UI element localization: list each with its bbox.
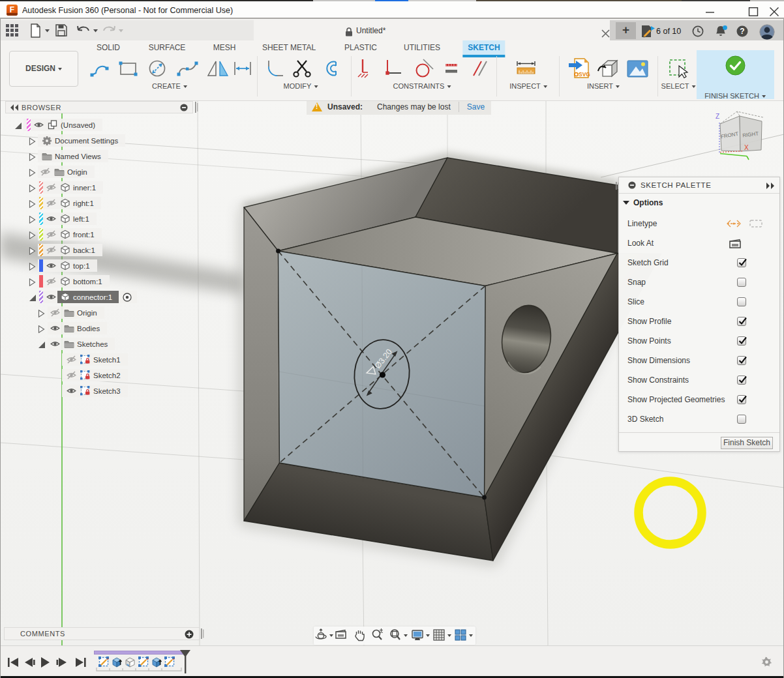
trim-icon[interactable] — [289, 55, 315, 81]
chevron-down-icon[interactable] — [426, 634, 430, 637]
browser-item-label[interactable]: right:1 — [73, 199, 94, 207]
equal-icon[interactable] — [438, 55, 464, 81]
browser-item-label[interactable]: Sketch2 — [93, 372, 121, 379]
timeline-sketch-icon[interactable] — [138, 656, 149, 668]
workspace-selector[interactable]: DESIGN — [9, 51, 78, 87]
expand-arrow-icon[interactable] — [29, 246, 36, 258]
browser-row-right-1[interactable]: right:1 — [0, 196, 196, 211]
3d-viewport[interactable]: Ø3.20 FRONT RIGHT Z X Unsaved: Changes m… — [0, 101, 784, 645]
spline-icon[interactable] — [175, 55, 201, 81]
group-label-modify[interactable]: MODIFY — [284, 82, 318, 90]
go-to-start-button[interactable] — [8, 658, 18, 667]
component-color-swatch[interactable] — [39, 244, 43, 256]
browser-row-sketches[interactable]: Sketches — [0, 336, 196, 352]
component-color-swatch[interactable] — [39, 181, 43, 194]
visibility-off-icon[interactable] — [67, 371, 76, 379]
timeline-settings-gear-icon[interactable] — [761, 656, 772, 668]
collapse-arrow-icon[interactable] — [38, 340, 46, 351]
collapse-panel-icon[interactable] — [10, 104, 19, 111]
browser-panel-header[interactable]: BROWSER — [5, 101, 193, 113]
browser-item-label[interactable]: Sketch1 — [93, 356, 121, 364]
visibility-off-icon[interactable] — [46, 246, 56, 254]
document-tab[interactable] — [254, 20, 610, 40]
rectangle-icon[interactable] — [115, 55, 141, 81]
browser-item-label[interactable]: Bodies — [77, 325, 100, 332]
browser-item-chip[interactable]: Origin — [38, 166, 95, 178]
browser-item-chip[interactable]: Sketch1 — [62, 353, 128, 366]
viewports-icon[interactable] — [455, 630, 466, 640]
offset-icon[interactable] — [318, 55, 344, 81]
collapse-arrow-icon[interactable] — [14, 121, 22, 132]
browser-item-label[interactable]: Origin — [77, 309, 97, 317]
component-color-swatch[interactable] — [39, 275, 43, 287]
visibility-on-icon[interactable] — [46, 261, 56, 270]
maximize-button[interactable] — [748, 7, 759, 16]
checked-checkbox[interactable] — [737, 336, 746, 346]
new-tab-button[interactable]: + — [616, 22, 636, 39]
activate-component-radio[interactable] — [123, 293, 132, 302]
user-avatar[interactable] — [759, 24, 775, 40]
expand-arrow-icon[interactable] — [29, 261, 36, 273]
display-settings-icon[interactable] — [412, 630, 423, 640]
component-color-swatch[interactable] — [39, 259, 43, 272]
browser-item-label[interactable]: bottom:1 — [73, 278, 102, 286]
browser-item-label[interactable]: inner:1 — [73, 184, 96, 192]
jobs-count[interactable]: 6 of 10 — [656, 27, 681, 36]
group-label-inspect[interactable]: INSPECT — [509, 82, 547, 90]
group-label-create[interactable]: CREATE — [152, 82, 187, 90]
browser-row-sketch2[interactable]: Sketch2 — [0, 368, 196, 383]
expand-arrow-icon[interactable] — [29, 183, 36, 195]
timeline-sketch-icon[interactable] — [98, 656, 110, 668]
minimize-button[interactable] — [705, 7, 716, 16]
browser-row-origin[interactable]: Origin — [0, 164, 196, 180]
browser-item-label[interactable]: Named Views — [55, 153, 101, 160]
browser-item-chip[interactable]: inner:1 — [38, 181, 103, 194]
browser-row-front-1[interactable]: front:1 — [0, 227, 196, 243]
mirror-icon[interactable] — [205, 55, 231, 81]
fillet-icon[interactable] — [262, 55, 288, 81]
fit-icon[interactable] — [391, 630, 400, 640]
browser-row-bodies[interactable]: Bodies — [0, 321, 196, 336]
ribbon-tab-sheet-metal[interactable]: SHEET METAL — [257, 40, 321, 55]
sketch-point-top-left[interactable] — [276, 249, 280, 254]
circle-icon[interactable] — [144, 55, 170, 81]
go-to-end-button[interactable] — [76, 658, 86, 667]
canvas-icon[interactable] — [624, 55, 650, 81]
component-color-swatch[interactable] — [39, 197, 43, 209]
browser-item-chip[interactable]: Named Views — [38, 150, 108, 162]
browser-item-label[interactable]: front:1 — [73, 231, 95, 239]
selected-item[interactable]: connector:1 — [57, 291, 119, 303]
browser-resize-grip[interactable] — [195, 102, 199, 113]
line-icon[interactable] — [87, 55, 113, 81]
visibility-on-icon[interactable] — [46, 214, 56, 223]
browser-item-chip[interactable]: Sketch3 — [62, 385, 128, 397]
browser-row-left-1[interactable]: left:1 — [0, 211, 196, 227]
chevron-down-icon[interactable] — [469, 634, 473, 637]
browser-item-chip[interactable]: top:1 — [38, 259, 97, 272]
visibility-off-icon[interactable] — [46, 199, 56, 207]
visibility-off-icon[interactable] — [50, 308, 60, 317]
browser-item-label[interactable]: Sketches — [77, 340, 108, 348]
browser-item-label[interactable]: left:1 — [73, 215, 89, 223]
pan-icon[interactable] — [355, 630, 364, 641]
step-forward-button[interactable] — [57, 658, 67, 667]
timeline-extrude-icon[interactable] — [151, 656, 162, 668]
ribbon-tab-surface[interactable]: SURFACE — [143, 40, 191, 55]
file-menu-icon[interactable] — [29, 23, 52, 38]
timeline-extrude-icon[interactable] — [112, 656, 123, 668]
ribbon-tab-mesh[interactable]: MESH — [208, 40, 241, 55]
browser-item-chip[interactable]: Origin — [48, 306, 104, 319]
component-color-swatch[interactable] — [27, 119, 31, 131]
unchecked-checkbox[interactable] — [737, 278, 746, 287]
browser-item-chip[interactable]: front:1 — [38, 228, 102, 241]
visibility-off-icon[interactable] — [40, 168, 50, 176]
browser-item-chip[interactable]: Sketches — [48, 338, 115, 350]
chevron-down-icon[interactable] — [447, 634, 451, 637]
sketch-point-bottom-right[interactable] — [482, 495, 487, 500]
browser-item-chip[interactable]: (Unsaved) — [23, 119, 102, 131]
browser-item-label[interactable]: Origin — [67, 168, 87, 176]
unchecked-checkbox[interactable] — [737, 415, 746, 424]
insert-mesh-icon[interactable] — [596, 55, 622, 81]
checked-checkbox[interactable] — [737, 395, 746, 404]
save-icon[interactable] — [55, 24, 67, 37]
